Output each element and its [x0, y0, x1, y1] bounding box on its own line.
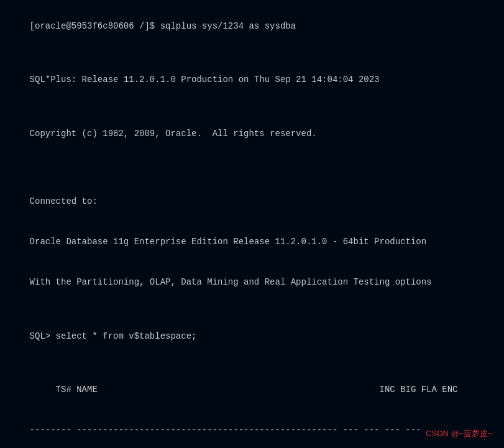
blank-line-4 [9, 168, 495, 181]
terminal-window: [oracle@5953f6c80606 /]$ sqlplus sys/123… [0, 0, 504, 448]
table-column-header: TS# NAME INC BIG FLA ENC [9, 370, 495, 411]
connected-to: Connected to: [9, 181, 495, 222]
blank-line-3 [9, 155, 495, 168]
copyright-line: Copyright (c) 1982, 2009, Oracle. All ri… [9, 114, 495, 155]
db-info-2: With the Partitioning, OLAP, Data Mining… [9, 262, 495, 303]
table-separator: -------- -------------------------------… [9, 411, 495, 448]
blank-line-2 [9, 101, 495, 114]
blank-line-5 [9, 303, 495, 316]
db-info-1: Oracle Database 11g Enterprise Edition R… [9, 222, 495, 262]
blank-line-1 [9, 47, 495, 60]
sql-select-cmd: SQL> select * from v$tablespace; [9, 316, 495, 357]
command-line: [oracle@5953f6c80606 /]$ sqlplus sys/123… [9, 6, 495, 47]
watermark: CSDN @~菠萝皮~ [426, 428, 493, 439]
blank-line-6 [9, 357, 495, 370]
sqlplus-version: SQL*Plus: Release 11.2.0.1.0 Production … [9, 60, 495, 101]
